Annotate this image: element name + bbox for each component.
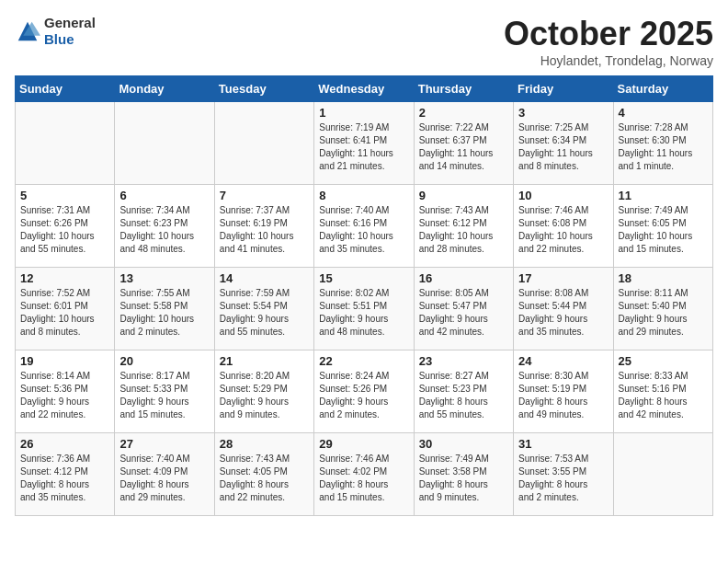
calendar-cell: 6Sunrise: 7:34 AM Sunset: 6:23 PM Daylig… xyxy=(115,185,214,268)
day-number: 17 xyxy=(518,271,608,285)
logo-text-general: General xyxy=(44,15,96,30)
day-info: Sunrise: 7:52 AM Sunset: 6:01 PM Dayligh… xyxy=(20,287,109,339)
day-number: 8 xyxy=(319,189,408,202)
weekday-header: Friday xyxy=(514,76,613,102)
day-info: Sunrise: 8:08 AM Sunset: 5:44 PM Dayligh… xyxy=(518,287,608,339)
calendar-week-row: 19Sunrise: 8:14 AM Sunset: 5:36 PM Dayli… xyxy=(16,350,713,433)
day-number: 11 xyxy=(619,189,708,202)
calendar-cell: 28Sunrise: 7:43 AM Sunset: 4:05 PM Dayli… xyxy=(214,433,313,516)
day-info: Sunrise: 7:37 AM Sunset: 6:19 PM Dayligh… xyxy=(220,204,309,256)
day-info: Sunrise: 8:20 AM Sunset: 5:29 PM Dayligh… xyxy=(220,370,309,421)
calendar-cell: 23Sunrise: 8:27 AM Sunset: 5:23 PM Dayli… xyxy=(414,350,513,433)
day-info: Sunrise: 7:49 AM Sunset: 6:05 PM Dayligh… xyxy=(619,204,708,256)
calendar-cell xyxy=(115,102,214,185)
day-number: 24 xyxy=(518,354,608,368)
calendar-cell: 1Sunrise: 7:19 AM Sunset: 6:41 PM Daylig… xyxy=(314,102,414,185)
calendar-cell: 3Sunrise: 7:25 AM Sunset: 6:34 PM Daylig… xyxy=(514,102,613,185)
day-number: 26 xyxy=(20,437,109,451)
calendar-cell: 11Sunrise: 7:49 AM Sunset: 6:05 PM Dayli… xyxy=(613,185,712,268)
day-number: 13 xyxy=(119,271,209,285)
calendar-cell: 4Sunrise: 7:28 AM Sunset: 6:30 PM Daylig… xyxy=(613,102,712,185)
weekday-header: Monday xyxy=(115,76,214,102)
weekday-header: Tuesday xyxy=(214,76,313,102)
day-info: Sunrise: 7:34 AM Sunset: 6:23 PM Dayligh… xyxy=(119,204,209,256)
day-info: Sunrise: 8:33 AM Sunset: 5:16 PM Dayligh… xyxy=(619,370,708,421)
logo: General Blue xyxy=(15,15,96,48)
calendar-cell: 26Sunrise: 7:36 AM Sunset: 4:12 PM Dayli… xyxy=(16,433,115,516)
day-number: 3 xyxy=(518,106,608,120)
day-number: 15 xyxy=(319,271,408,285)
day-number: 31 xyxy=(518,437,608,451)
calendar-cell: 16Sunrise: 8:05 AM Sunset: 5:47 PM Dayli… xyxy=(414,268,513,350)
day-info: Sunrise: 8:02 AM Sunset: 5:51 PM Dayligh… xyxy=(319,287,408,339)
logo-text-blue: Blue xyxy=(44,31,74,47)
day-info: Sunrise: 7:59 AM Sunset: 5:54 PM Dayligh… xyxy=(220,287,309,339)
weekday-row: SundayMondayTuesdayWednesdayThursdayFrid… xyxy=(16,76,713,102)
logo-icon xyxy=(15,18,40,44)
calendar-cell: 24Sunrise: 8:30 AM Sunset: 5:19 PM Dayli… xyxy=(514,350,613,433)
calendar-cell: 2Sunrise: 7:22 AM Sunset: 6:37 PM Daylig… xyxy=(414,102,513,185)
day-info: Sunrise: 7:43 AM Sunset: 6:12 PM Dayligh… xyxy=(419,204,508,256)
day-number: 1 xyxy=(319,106,408,120)
day-info: Sunrise: 8:30 AM Sunset: 5:19 PM Dayligh… xyxy=(518,370,608,421)
calendar-cell: 17Sunrise: 8:08 AM Sunset: 5:44 PM Dayli… xyxy=(514,268,613,350)
day-info: Sunrise: 7:28 AM Sunset: 6:30 PM Dayligh… xyxy=(619,121,708,173)
day-info: Sunrise: 7:43 AM Sunset: 4:05 PM Dayligh… xyxy=(220,453,309,504)
calendar-body: 1Sunrise: 7:19 AM Sunset: 6:41 PM Daylig… xyxy=(16,102,713,516)
day-number: 29 xyxy=(319,437,408,451)
calendar-week-row: 26Sunrise: 7:36 AM Sunset: 4:12 PM Dayli… xyxy=(16,433,713,516)
day-number: 12 xyxy=(20,271,109,285)
day-number: 10 xyxy=(518,189,608,202)
day-number: 30 xyxy=(419,437,508,451)
calendar-cell: 18Sunrise: 8:11 AM Sunset: 5:40 PM Dayli… xyxy=(613,268,712,350)
day-number: 28 xyxy=(220,437,309,451)
calendar-cell xyxy=(16,102,115,185)
day-number: 25 xyxy=(619,354,708,368)
calendar-cell: 22Sunrise: 8:24 AM Sunset: 5:26 PM Dayli… xyxy=(314,350,414,433)
day-number: 4 xyxy=(619,106,708,120)
calendar-header: SundayMondayTuesdayWednesdayThursdayFrid… xyxy=(16,76,713,102)
day-number: 18 xyxy=(619,271,708,285)
calendar-cell: 7Sunrise: 7:37 AM Sunset: 6:19 PM Daylig… xyxy=(214,185,313,268)
day-info: Sunrise: 7:46 AM Sunset: 4:02 PM Dayligh… xyxy=(319,453,408,504)
calendar-cell: 10Sunrise: 7:46 AM Sunset: 6:08 PM Dayli… xyxy=(514,185,613,268)
day-info: Sunrise: 7:40 AM Sunset: 6:16 PM Dayligh… xyxy=(319,204,408,256)
calendar-cell: 21Sunrise: 8:20 AM Sunset: 5:29 PM Dayli… xyxy=(214,350,313,433)
day-info: Sunrise: 8:27 AM Sunset: 5:23 PM Dayligh… xyxy=(419,370,508,421)
day-info: Sunrise: 8:14 AM Sunset: 5:36 PM Dayligh… xyxy=(20,370,109,421)
calendar-week-row: 1Sunrise: 7:19 AM Sunset: 6:41 PM Daylig… xyxy=(16,102,713,185)
day-info: Sunrise: 7:40 AM Sunset: 4:09 PM Dayligh… xyxy=(119,453,209,504)
weekday-header: Saturday xyxy=(613,76,712,102)
day-number: 9 xyxy=(419,189,508,202)
calendar-cell: 14Sunrise: 7:59 AM Sunset: 5:54 PM Dayli… xyxy=(214,268,313,350)
title-block: October 2025 Hoylandet, Trondelag, Norwa… xyxy=(504,15,713,68)
day-info: Sunrise: 7:55 AM Sunset: 5:58 PM Dayligh… xyxy=(119,287,209,339)
day-number: 20 xyxy=(119,354,209,368)
calendar-cell: 15Sunrise: 8:02 AM Sunset: 5:51 PM Dayli… xyxy=(314,268,414,350)
calendar-cell xyxy=(214,102,313,185)
calendar-cell: 25Sunrise: 8:33 AM Sunset: 5:16 PM Dayli… xyxy=(613,350,712,433)
day-info: Sunrise: 7:46 AM Sunset: 6:08 PM Dayligh… xyxy=(518,204,608,256)
day-info: Sunrise: 7:49 AM Sunset: 3:58 PM Dayligh… xyxy=(419,453,508,504)
day-number: 5 xyxy=(20,189,109,202)
day-info: Sunrise: 7:19 AM Sunset: 6:41 PM Dayligh… xyxy=(319,121,408,173)
calendar-cell: 19Sunrise: 8:14 AM Sunset: 5:36 PM Dayli… xyxy=(16,350,115,433)
calendar-cell: 9Sunrise: 7:43 AM Sunset: 6:12 PM Daylig… xyxy=(414,185,513,268)
page-header: General Blue October 2025 Hoylandet, Tro… xyxy=(15,15,713,68)
calendar-week-row: 5Sunrise: 7:31 AM Sunset: 6:26 PM Daylig… xyxy=(16,185,713,268)
calendar-table: SundayMondayTuesdayWednesdayThursdayFrid… xyxy=(15,75,713,516)
day-number: 27 xyxy=(119,437,209,451)
day-number: 19 xyxy=(20,354,109,368)
day-number: 14 xyxy=(220,271,309,285)
day-number: 16 xyxy=(419,271,508,285)
day-info: Sunrise: 7:53 AM Sunset: 3:55 PM Dayligh… xyxy=(518,453,608,504)
calendar-cell: 31Sunrise: 7:53 AM Sunset: 3:55 PM Dayli… xyxy=(514,433,613,516)
day-number: 23 xyxy=(419,354,508,368)
day-info: Sunrise: 7:25 AM Sunset: 6:34 PM Dayligh… xyxy=(518,121,608,173)
weekday-header: Thursday xyxy=(414,76,513,102)
calendar-cell: 8Sunrise: 7:40 AM Sunset: 6:16 PM Daylig… xyxy=(314,185,414,268)
calendar-week-row: 12Sunrise: 7:52 AM Sunset: 6:01 PM Dayli… xyxy=(16,268,713,350)
weekday-header: Sunday xyxy=(16,76,115,102)
day-info: Sunrise: 8:17 AM Sunset: 5:33 PM Dayligh… xyxy=(119,370,209,421)
day-number: 6 xyxy=(119,189,209,202)
